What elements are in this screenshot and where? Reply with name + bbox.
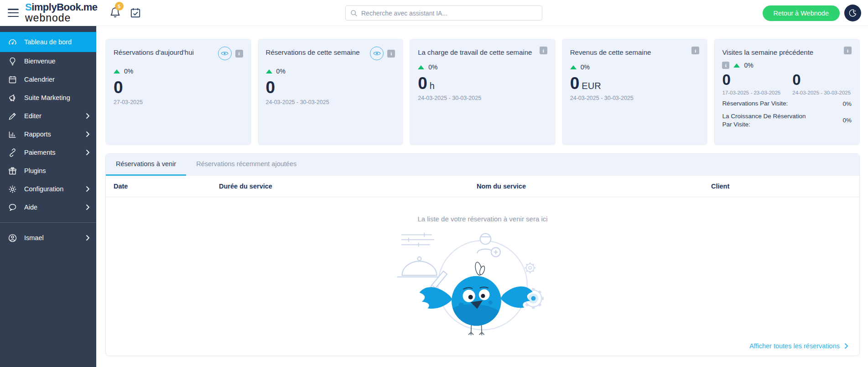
visits-col-current: 0 24-03-2025 - 30-03-2025: [792, 72, 851, 95]
show-all-reservations-link[interactable]: Afficher toutes les réservations: [749, 342, 848, 350]
moon-icon: [848, 8, 858, 18]
links-icon: [8, 148, 17, 157]
info-icon[interactable]: i: [844, 47, 852, 54]
sidebar-item-user[interactable]: Ismael: [0, 229, 96, 247]
calendar-icon: [8, 75, 17, 84]
dashboard-icon: [8, 37, 17, 47]
chevron-right-icon: [86, 131, 90, 137]
info-icon[interactable]: i: [387, 50, 395, 58]
sidebar-item-marketing[interactable]: Suite Marketing: [0, 89, 96, 107]
sidebar-item-label: Rapports: [24, 131, 51, 138]
trend-up-icon: [266, 69, 272, 73]
tab-upcoming-reservations[interactable]: Réservations à venir: [106, 154, 186, 176]
sidebar-item-label: Suite Marketing: [24, 94, 70, 101]
card-revenue-week: Revenus de cette semaine i 0% 0 EUR 24-0…: [562, 39, 708, 145]
info-icon[interactable]: i: [540, 47, 547, 54]
trend-value: 0%: [581, 63, 590, 71]
card-title: La charge de travail de cette semaine: [418, 47, 535, 56]
trend-up-icon: [570, 65, 577, 69]
info-icon[interactable]: i: [235, 50, 243, 58]
sidebar-item-welcome[interactable]: Bienvenue: [0, 52, 96, 70]
chevron-right-icon: [86, 186, 90, 192]
sidebar-item-plugins[interactable]: Plugins: [0, 162, 96, 180]
sidebar-item-label: Bienvenue: [24, 58, 56, 65]
main-content: Réservations d'aujourd'hui i 0% 0: [96, 26, 868, 367]
card-period: 17-03-2025 - 23-03-2025: [722, 90, 780, 95]
dark-mode-toggle[interactable]: [844, 5, 861, 21]
logo-webnode: webnode: [25, 13, 98, 23]
bookings-calendar-button[interactable]: [130, 7, 141, 19]
sidebar-item-dashboard[interactable]: Tableau de bord: [0, 32, 96, 52]
sidebar-item-payments[interactable]: Paiements: [0, 143, 96, 162]
column-header-service-duration: Durée du service: [219, 183, 477, 190]
card-value: 0: [266, 79, 275, 97]
search-icon: [350, 10, 358, 17]
trend-value: 0%: [744, 62, 753, 69]
card-title: Réservations d'aujourd'hui: [114, 47, 197, 56]
card-visits-previous-week: Visites la semaine précédente i i 0% 0 1…: [714, 39, 860, 145]
sidebar-item-label: Tableau de bord: [24, 38, 72, 46]
calendar-check-icon: [130, 7, 141, 19]
metric-row: La Croissance De Réservation Par Visite:…: [722, 112, 852, 129]
app-logo[interactable]: SimplyBook.me webnode: [25, 2, 98, 23]
card-value: 0: [114, 79, 123, 97]
chevron-right-icon: [86, 204, 90, 210]
info-icon[interactable]: i: [722, 62, 729, 69]
gift-icon: [8, 166, 17, 176]
notifications-button[interactable]: 5: [109, 6, 121, 20]
eye-icon[interactable]: [218, 47, 232, 60]
sidebar-item-settings[interactable]: Configuration: [0, 180, 96, 198]
card-period: 24-03-2025 - 30-03-2025: [266, 99, 395, 105]
empty-state-message: La liste de votre réservation à venir se…: [106, 215, 859, 223]
sidebar-item-reports[interactable]: Rapports: [0, 125, 96, 143]
metric-value: 0%: [842, 117, 852, 124]
card-unit: EUR: [582, 81, 601, 91]
chart-icon: [8, 130, 17, 139]
stat-cards-row: Réservations d'aujourd'hui i 0% 0: [96, 26, 868, 145]
tab-recently-added-reservations[interactable]: Réservations récemment ajoutées: [186, 154, 307, 176]
card-value: 0: [792, 72, 851, 88]
chevron-right-icon: [86, 235, 90, 241]
top-bar: SimplyBook.me webnode 5 Retour à Webnode: [0, 0, 868, 26]
sidebar-item-label: Aide: [24, 204, 37, 211]
card-value: 0: [418, 74, 427, 93]
card-period: 24-03-2025 - 30-03-2025: [570, 95, 700, 101]
trend-value: 0%: [428, 63, 437, 71]
notification-badge: 5: [115, 2, 124, 10]
column-header-client: Client: [711, 183, 859, 190]
chevron-right-icon: [844, 343, 848, 349]
sidebar-item-label: Configuration: [24, 185, 63, 193]
card-workload-week: La charge de travail de cette semaine i …: [410, 39, 556, 145]
sidebar-item-edit[interactable]: Editer: [0, 107, 96, 125]
trend-up-icon: [418, 65, 424, 69]
metric-value: 0%: [842, 100, 852, 107]
trend-value: 0%: [124, 68, 133, 75]
search-input[interactable]: [361, 10, 537, 17]
back-to-webnode-button[interactable]: Retour à Webnode: [763, 5, 840, 21]
pencil-icon: [8, 111, 17, 121]
lightbulb-icon: [8, 57, 17, 66]
sidebar-item-calendar[interactable]: Calendrier: [0, 70, 96, 89]
card-period: 24-03-2025 - 30-03-2025: [418, 95, 547, 101]
sidebar-item-help[interactable]: Aide: [0, 198, 96, 216]
card-title: Réservations de cette semaine: [266, 47, 363, 56]
eye-icon[interactable]: [370, 47, 384, 60]
reservations-tabs: Réservations à venir Réservations récemm…: [106, 154, 859, 176]
card-title: Visites la semaine précédente: [722, 47, 816, 56]
user-icon: [8, 233, 17, 243]
info-icon[interactable]: i: [691, 47, 699, 54]
gear-icon: [8, 184, 17, 194]
sidebar-item-label: Plugins: [24, 167, 46, 174]
trend-value: 0%: [276, 68, 286, 75]
card-period: 24-03-2025 - 30-03-2025: [792, 90, 851, 95]
megaphone-icon: [8, 93, 17, 103]
hamburger-menu-icon[interactable]: [8, 9, 19, 17]
logo-simplybook: SimplyBook.me: [25, 2, 98, 12]
metric-label: Réservations Par Visite:: [722, 100, 788, 108]
trend-up-icon: [114, 69, 120, 73]
sidebar: Tableau de bord Bienvenue Calendrier Sui…: [0, 26, 96, 367]
chevron-right-icon: [86, 149, 90, 156]
chevron-right-icon: [86, 113, 90, 119]
sidebar-user-label: Ismael: [24, 234, 44, 241]
card-bookings-week: Réservations de cette semaine i 0% 0: [258, 39, 404, 145]
